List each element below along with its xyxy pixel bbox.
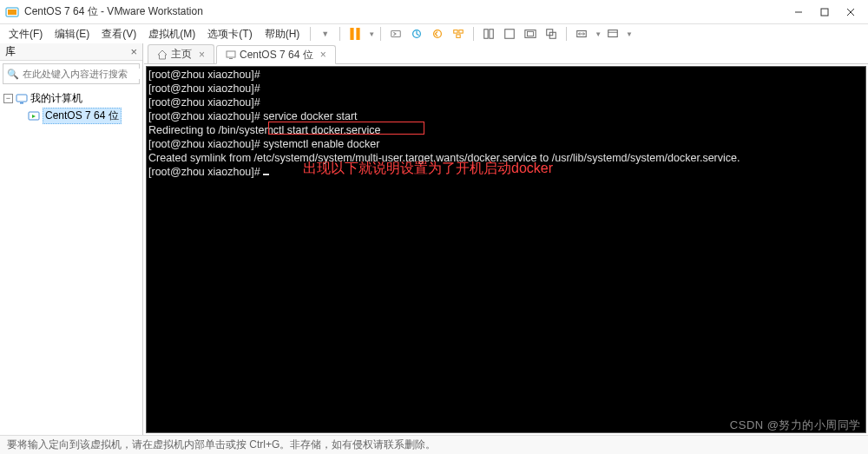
minimize-button[interactable] <box>786 3 811 21</box>
computer-icon <box>16 93 28 105</box>
tab-vm[interactable]: CentOS 7 64 位 × <box>216 45 336 64</box>
library-title: 库 <box>5 44 16 59</box>
library-tree: − 我的计算机 CentOS 7 64 位 <box>0 87 142 435</box>
close-icon[interactable]: × <box>320 49 326 61</box>
svg-rect-3 <box>821 9 828 16</box>
window-title: CentOS 7 64 位 - VMware Workstation <box>24 4 786 19</box>
highlight-box <box>268 122 424 135</box>
svg-rect-12 <box>459 30 463 34</box>
close-icon[interactable]: × <box>130 45 137 58</box>
tree-item-label: CentOS 7 64 位 <box>43 108 122 124</box>
tree-root-label: 我的计算机 <box>30 91 82 106</box>
menu-edit[interactable]: 编辑(E) <box>49 25 95 43</box>
svg-point-10 <box>434 30 442 38</box>
separator <box>380 27 381 41</box>
separator <box>339 27 340 41</box>
revert-icon[interactable] <box>429 25 446 43</box>
tree-item-centos[interactable]: CentOS 7 64 位 <box>26 107 141 125</box>
svg-rect-24 <box>16 95 27 102</box>
status-bar: 要将输入定向到该虚拟机，请在虚拟机内部单击或按 Ctrl+G。非存储，如有侵权请… <box>0 435 868 454</box>
tab-vm-label: CentOS 7 64 位 <box>240 48 313 63</box>
separator <box>310 27 311 41</box>
menu-tabs[interactable]: 选项卡(T) <box>202 25 257 43</box>
tab-home-label: 主页 <box>171 47 192 62</box>
tab-strip: 主页 × CentOS 7 64 位 × <box>144 43 868 64</box>
svg-rect-11 <box>454 30 457 34</box>
svg-rect-16 <box>505 30 515 39</box>
search-input[interactable] <box>23 69 142 79</box>
console-view-icon[interactable] <box>604 25 621 43</box>
chevron-down-icon[interactable]: ▼ <box>595 30 602 38</box>
watermark: CSDN @努力的小周同学 <box>730 418 861 433</box>
svg-rect-14 <box>484 30 488 39</box>
title-bar: CentOS 7 64 位 - VMware Workstation <box>0 0 868 24</box>
menu-help[interactable]: 帮助(H) <box>260 25 306 43</box>
unity-icon[interactable] <box>542 25 560 43</box>
library-search[interactable]: 🔍 ▼ <box>3 63 140 84</box>
window-controls <box>786 3 863 21</box>
svg-rect-6 <box>351 28 354 40</box>
library-header: 库 × <box>0 43 142 61</box>
terminal-viewport[interactable]: [root@zhou xiaozhou]# [root@zhou xiaozho… <box>146 66 866 433</box>
chevron-down-icon[interactable]: ▼ <box>626 30 633 38</box>
collapse-icon[interactable]: − <box>3 94 13 103</box>
manage-snapshot-icon[interactable] <box>450 25 467 43</box>
main-pane: 主页 × CentOS 7 64 位 × [root@zhou xiaozhou… <box>143 43 868 435</box>
status-text: 要将输入定向到该虚拟机，请在虚拟机内部单击或按 Ctrl+G。非存储，如有侵权请… <box>7 438 436 452</box>
chevron-down-icon[interactable]: ▼ <box>368 30 375 38</box>
library-pane: 库 × 🔍 ▼ − 我的计算机 CentOS 7 64 位 <box>0 43 143 435</box>
svg-rect-1 <box>8 10 16 15</box>
menu-file[interactable]: 文件(F) <box>3 25 48 43</box>
dropdown-arrow[interactable]: ▼ <box>316 28 334 40</box>
send-input-icon[interactable] <box>387 25 404 43</box>
svg-rect-29 <box>229 58 233 59</box>
menu-vm[interactable]: 虚拟机(M) <box>143 25 201 43</box>
vmware-icon <box>5 5 19 19</box>
thumbnail-view-icon[interactable] <box>480 25 497 43</box>
tab-home[interactable]: 主页 × <box>148 44 214 63</box>
svg-rect-28 <box>227 51 235 57</box>
close-button[interactable] <box>838 3 863 21</box>
separator <box>473 27 474 41</box>
single-view-icon[interactable] <box>501 25 518 43</box>
svg-rect-15 <box>490 30 493 39</box>
close-icon[interactable]: × <box>199 49 205 61</box>
separator <box>566 27 567 41</box>
pause-icon[interactable] <box>346 25 364 43</box>
svg-rect-7 <box>357 28 360 40</box>
vm-icon <box>226 49 236 60</box>
snapshot-icon[interactable] <box>408 25 425 43</box>
home-icon <box>157 49 168 60</box>
fullscreen-icon[interactable] <box>522 25 539 43</box>
tree-root[interactable]: − 我的计算机 <box>2 90 141 107</box>
annotation-text: 出现以下就说明设置为了开机启动docker <box>303 160 553 178</box>
menu-view[interactable]: 查看(V) <box>96 25 141 43</box>
menu-bar: 文件(F) 编辑(E) 查看(V) 虚拟机(M) 选项卡(T) 帮助(H) ▼ … <box>0 24 868 43</box>
vm-icon <box>28 110 40 122</box>
maximize-button[interactable] <box>812 3 837 21</box>
cursor <box>263 174 269 175</box>
search-icon: 🔍 <box>7 69 19 80</box>
stretch-icon[interactable] <box>573 25 590 43</box>
svg-rect-13 <box>457 35 460 38</box>
svg-rect-18 <box>528 31 534 36</box>
svg-rect-25 <box>20 102 23 104</box>
svg-rect-22 <box>608 30 618 37</box>
